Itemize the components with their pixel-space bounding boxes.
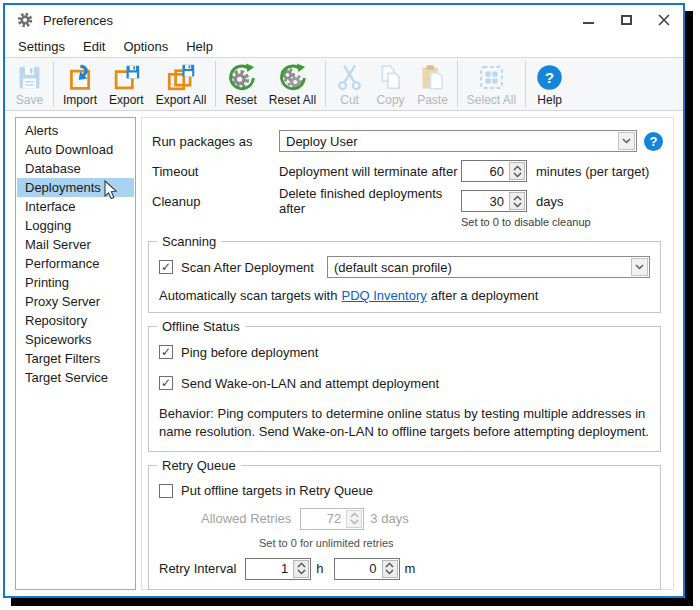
scan-after-deployment-checkbox[interactable]: ✓ — [159, 260, 173, 274]
sidebar-item-printing[interactable]: Printing — [17, 273, 134, 292]
close-icon — [658, 14, 670, 26]
minutes-unit-label: m — [405, 561, 416, 576]
toolbar-separator — [525, 61, 526, 107]
retry-hours-spinner[interactable]: 1 — [245, 558, 311, 580]
paste-button: Paste — [411, 61, 454, 108]
sidebar-item-logging[interactable]: Logging — [17, 216, 134, 235]
checkmark-icon: ✓ — [161, 377, 171, 389]
timeout-value[interactable]: 60 — [462, 164, 509, 179]
retry-minutes-spinner[interactable]: 0 — [334, 558, 400, 580]
sidebar-item-auto-download[interactable]: Auto Download — [17, 140, 134, 159]
paste-icon — [418, 63, 447, 92]
toolbar-separator — [53, 61, 54, 107]
retry-queue-group: Retry Queue Put offline targets in Retry… — [148, 465, 661, 590]
cleanup-row: Cleanup Delete finished deployments afte… — [152, 186, 663, 216]
scanning-note: Automatically scan targets withPDQ Inven… — [159, 288, 650, 303]
pdq-inventory-link[interactable]: PDQ Inventory — [341, 288, 426, 303]
scan-after-deployment-row: ✓ Scan After Deployment (default scan pr… — [159, 255, 650, 279]
run-packages-dropdown[interactable]: Deploy User — [279, 130, 637, 152]
allowed-retries-spin-buttons — [346, 510, 362, 528]
sidebar-item-performance[interactable]: Performance — [17, 254, 134, 273]
chevron-down-icon[interactable] — [631, 258, 648, 276]
timeout-label: Timeout — [152, 164, 279, 179]
cleanup-units: days — [536, 194, 563, 209]
retry-queue-checkbox[interactable] — [159, 484, 173, 498]
sidebar-item-proxy-server[interactable]: Proxy Server — [17, 292, 134, 311]
toolbar: Save Import Export — [5, 57, 683, 111]
minimize-icon — [583, 22, 594, 24]
sidebar-item-mail-server[interactable]: Mail Server — [17, 235, 134, 254]
cleanup-description: Delete finished deployments after — [279, 186, 461, 216]
allowed-retries-row: Allowed Retries 72 3 days — [201, 508, 650, 530]
select-all-button: Select All — [461, 61, 522, 108]
retry-hours-value[interactable]: 1 — [246, 561, 293, 576]
toolbar-separator — [325, 61, 326, 107]
sidebar-item-interface[interactable]: Interface — [17, 197, 134, 216]
sidebar-item-alerts[interactable]: Alerts — [17, 121, 134, 140]
close-button[interactable] — [645, 5, 683, 35]
scan-profile-value: (default scan profile) — [334, 260, 452, 275]
wol-row: ✓ Send Wake-on-LAN and attempt deploymen… — [159, 371, 650, 395]
offline-behavior-text: Behavior: Ping computers to determine on… — [159, 405, 650, 442]
minimize-button[interactable] — [569, 5, 607, 35]
window-title: Preferences — [43, 13, 113, 28]
sidebar-item-repository[interactable]: Repository — [17, 311, 134, 330]
chevron-down-icon[interactable] — [618, 132, 635, 150]
sidebar-item-spiceworks[interactable]: Spiceworks — [17, 330, 134, 349]
reset-all-icon — [278, 63, 307, 92]
timeout-spin-buttons[interactable] — [509, 162, 525, 180]
menu-bar: Settings Edit Options Help — [5, 35, 683, 57]
timeout-spinner[interactable]: 60 — [461, 160, 527, 182]
save-icon — [15, 63, 44, 92]
scanning-group-title: Scanning — [157, 234, 221, 249]
allowed-retries-label: Allowed Retries — [201, 511, 291, 526]
preferences-category-list: Alerts Auto Download Database Deployment… — [15, 117, 136, 590]
export-all-icon — [167, 63, 196, 92]
sidebar-item-deployments[interactable]: Deployments — [17, 178, 134, 197]
menu-edit[interactable]: Edit — [74, 37, 114, 56]
ping-label: Ping before deployment — [181, 345, 318, 360]
retry-minutes-value[interactable]: 0 — [335, 561, 382, 576]
checkmark-icon: ✓ — [161, 346, 171, 358]
menu-settings[interactable]: Settings — [9, 37, 74, 56]
cut-button: Cut — [329, 61, 370, 108]
menu-help[interactable]: Help — [177, 37, 222, 56]
scanning-note-after: after a deployment — [431, 288, 539, 303]
reset-button[interactable]: Reset — [219, 61, 262, 108]
import-button[interactable]: Import — [57, 61, 103, 108]
cleanup-label: Cleanup — [152, 194, 279, 209]
import-icon — [66, 63, 95, 92]
copy-icon — [376, 63, 405, 92]
sidebar-item-target-filters[interactable]: Target Filters — [17, 349, 134, 368]
wol-checkbox[interactable]: ✓ — [159, 376, 173, 390]
retry-hours-spin-buttons[interactable] — [293, 560, 309, 578]
scan-profile-dropdown[interactable]: (default scan profile) — [327, 256, 650, 278]
screen: Preferences Settings Edit Options Help — [0, 0, 700, 610]
reset-all-button[interactable]: Reset All — [263, 61, 322, 108]
reset-icon — [227, 63, 256, 92]
help-button[interactable]: ? Help — [529, 61, 570, 108]
export-all-button[interactable]: Export All — [150, 61, 213, 108]
cleanup-spin-buttons[interactable] — [509, 192, 525, 210]
retry-minutes-spin-buttons[interactable] — [382, 560, 398, 578]
export-button[interactable]: Export — [103, 61, 150, 108]
ping-row: ✓ Ping before deployment — [159, 340, 650, 364]
toolbar-separator — [215, 61, 216, 107]
menu-options[interactable]: Options — [114, 37, 177, 56]
ping-checkbox[interactable]: ✓ — [159, 345, 173, 359]
toolbar-separator — [457, 61, 458, 107]
hours-unit-label: h — [316, 561, 323, 576]
run-packages-row: Run packages as Deploy User ? — [152, 126, 663, 156]
allowed-retries-suffix: 3 days — [370, 511, 408, 526]
maximize-button[interactable] — [607, 5, 645, 35]
cleanup-value[interactable]: 30 — [462, 194, 509, 209]
sidebar-item-database[interactable]: Database — [17, 159, 134, 178]
sidebar-item-target-service[interactable]: Target Service — [17, 368, 134, 387]
scanning-note-before: Automatically scan targets with — [159, 288, 337, 303]
allowed-retries-value: 72 — [301, 511, 346, 526]
cleanup-spinner[interactable]: 30 — [461, 190, 527, 212]
cut-icon — [335, 63, 364, 92]
run-packages-help-icon[interactable]: ? — [644, 132, 663, 151]
retry-hint: Set to 0 for unlimited retries — [259, 537, 650, 549]
deployments-settings-panel: Run packages as Deploy User ? Timeout De… — [141, 117, 674, 590]
